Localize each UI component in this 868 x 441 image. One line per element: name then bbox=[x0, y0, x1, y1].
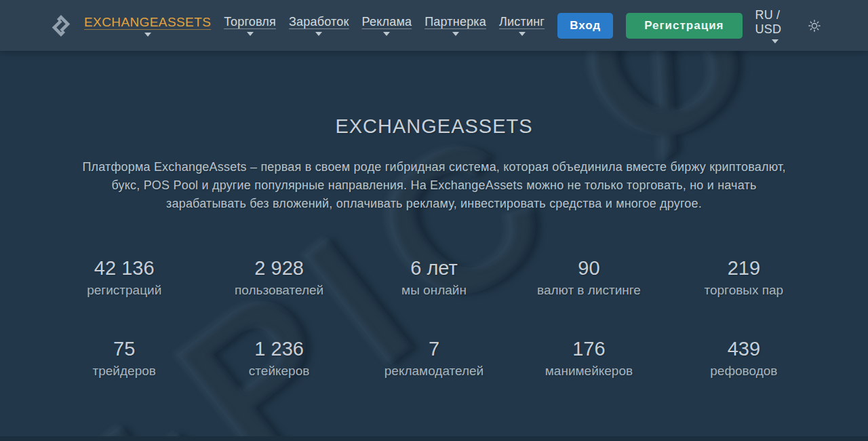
chevron-down-icon bbox=[383, 32, 390, 36]
chevron-down-icon bbox=[772, 39, 778, 43]
stat-referrers: 439 рефоводов bbox=[667, 337, 821, 379]
stat-label: стейкеров bbox=[201, 364, 356, 379]
stat-moneymakers: 176 манимейкеров bbox=[511, 337, 666, 379]
login-button[interactable]: Вход bbox=[557, 13, 613, 39]
stat-label: манимейкеров bbox=[511, 364, 666, 379]
section-divider bbox=[0, 436, 868, 441]
stat-users: 2 928 пользователей bbox=[201, 256, 356, 298]
stat-value: 1 236 bbox=[201, 337, 356, 360]
brand-menu[interactable]: EXCHANGEASSETS bbox=[84, 15, 211, 37]
page-title: EXCHANGEASSETS bbox=[0, 51, 868, 138]
main-menu: Торговля Заработок Реклама Партнерка Лис… bbox=[224, 15, 545, 36]
register-button[interactable]: Регистрация bbox=[626, 13, 742, 39]
hero-section: EXCHANGEASSETS Платформа ExchangeAssets … bbox=[0, 51, 868, 379]
stat-label: мы онлайн bbox=[357, 283, 511, 298]
stat-stakers: 1 236 стейкеров bbox=[201, 337, 356, 379]
chevron-down-icon bbox=[519, 32, 526, 36]
stat-label: рекламодателей bbox=[357, 364, 511, 379]
stat-value: 42 136 bbox=[47, 256, 201, 280]
chevron-down-icon bbox=[315, 32, 322, 36]
nav-item-advertising[interactable]: Реклама bbox=[362, 15, 412, 36]
nav-item-partnership[interactable]: Партнерка bbox=[425, 15, 486, 36]
chevron-down-icon bbox=[144, 33, 151, 37]
stat-value: 176 bbox=[511, 337, 666, 360]
stat-listed-currencies: 90 валют в листинге bbox=[511, 256, 666, 298]
brand[interactable]: EXCHANGEASSETS bbox=[47, 12, 211, 40]
stat-label: торговых пар bbox=[667, 283, 821, 298]
nav-item-earning[interactable]: Заработок bbox=[289, 15, 349, 36]
stat-trading-pairs: 219 торговых пар bbox=[667, 256, 821, 298]
stat-label: валют в листинге bbox=[511, 283, 666, 298]
stat-value: 7 bbox=[357, 337, 511, 360]
stat-value: 6 лет bbox=[357, 256, 511, 280]
stat-label: трейдеров bbox=[47, 364, 201, 379]
stat-value: 219 bbox=[667, 256, 821, 280]
sun-icon bbox=[808, 19, 821, 33]
platform-description: Платформа ExchangeAssets – первая в свое… bbox=[71, 158, 797, 213]
stat-value: 90 bbox=[511, 256, 666, 280]
stat-years-online: 6 лет мы онлайн bbox=[357, 256, 511, 298]
chevron-down-icon bbox=[452, 32, 459, 36]
top-navigation-bar: EXCHANGEASSETS Торговля Заработок Реклам… bbox=[0, 0, 868, 51]
stat-value: 75 bbox=[47, 337, 201, 360]
stat-label: рефоводов bbox=[667, 364, 821, 379]
chevron-down-icon bbox=[247, 32, 254, 36]
nav-item-trading[interactable]: Торговля bbox=[224, 15, 276, 36]
stat-value: 2 928 bbox=[201, 256, 356, 280]
brand-name: EXCHANGEASSETS bbox=[84, 15, 211, 30]
stat-value: 439 bbox=[667, 337, 821, 360]
stat-traders: 75 трейдеров bbox=[47, 337, 201, 379]
stat-label: регистраций bbox=[47, 283, 201, 298]
stat-registrations: 42 136 регистраций bbox=[47, 256, 201, 298]
nav-item-listing[interactable]: Листинг bbox=[499, 15, 545, 36]
brand-logo-icon bbox=[47, 12, 75, 40]
stat-advertisers: 7 рекламодателей bbox=[357, 337, 511, 379]
header-actions: Вход Регистрация RU / USD bbox=[557, 8, 821, 43]
stat-label: пользователей bbox=[201, 283, 356, 298]
stats-row-1: 42 136 регистраций 2 928 пользователей 6… bbox=[47, 256, 821, 298]
stats-row-2: 75 трейдеров 1 236 стейкеров 7 рекламода… bbox=[47, 337, 821, 379]
locale-currency-selector[interactable]: RU / USD bbox=[755, 8, 795, 43]
locale-currency-label: RU / USD bbox=[755, 8, 795, 37]
theme-toggle-button[interactable] bbox=[808, 19, 821, 33]
